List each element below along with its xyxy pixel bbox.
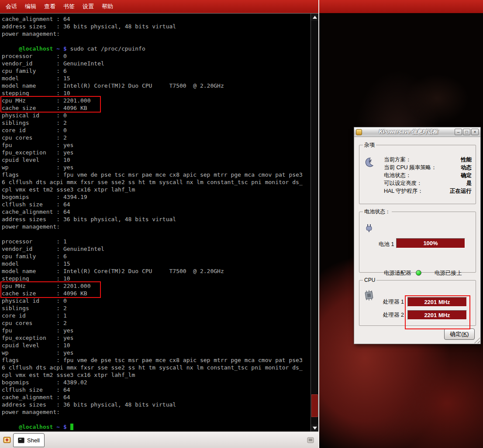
misc-row-value: 性能	[461, 156, 472, 164]
terminal-line: wp : yes	[2, 349, 309, 356]
terminal-line: cpl vmx est tm2 ssse3 cx16 xtpr lahf_lm	[2, 371, 309, 379]
cpu-frequency-bar: 2201 MHz	[407, 297, 467, 307]
tab-label: Shell	[27, 437, 40, 444]
cpu-row: 处理器 12201 MHz	[383, 295, 472, 308]
cpu-chip-icon	[363, 289, 375, 303]
new-session-button[interactable]	[2, 435, 12, 445]
terminal-line: power management:	[2, 408, 309, 416]
ok-button[interactable]: 确定(K)	[444, 328, 475, 340]
scrollbar-thumb[interactable]	[311, 394, 318, 417]
group-misc-label: 杂项	[363, 141, 376, 149]
terminal-line: bogomips : 4389.02	[2, 379, 309, 386]
terminal-line: core id : 0	[2, 127, 309, 134]
terminal-line: processor : 0	[2, 52, 309, 60]
terminal-line: cpl vmx est tm2 ssse3 cx16 xtpr lahf_lm	[2, 186, 309, 193]
terminal-line	[2, 38, 309, 45]
tab-options-button[interactable]	[306, 435, 315, 445]
terminal-line: @localhost ~ $	[2, 423, 309, 430]
misc-row-label: 可以设定亮度：	[384, 180, 422, 187]
terminal-line: cache size : 4096 KB	[2, 290, 309, 297]
group-battery: 电池状态： 电池 1 100% 电源适配器 电源已接上	[359, 208, 476, 273]
terminal-line: power management:	[2, 223, 309, 230]
terminal-line: address sizes : 36 bits physical, 48 bit…	[2, 215, 309, 223]
terminal-line: address sizes : 36 bits physical, 48 bit…	[2, 23, 309, 30]
misc-row: 当前 CPU 频率策略：动态	[384, 164, 472, 171]
kpowersave-dialog: KPowersave 信息对话框 – □ × 杂项 当前方案：性能当前 CPU …	[354, 127, 481, 344]
terminal-line: fpu : yes	[2, 141, 309, 149]
terminal-line: cpu MHz : 2201.000	[2, 97, 309, 104]
arrow-down-icon	[313, 427, 317, 430]
terminal-line: fpu_exception : yes	[2, 334, 309, 342]
resize-grip[interactable]	[474, 337, 480, 343]
menu-item[interactable]: 书签	[59, 0, 79, 13]
group-misc: 杂项 当前方案：性能当前 CPU 频率策略：动态电池状态：确定可以设定亮度：是H…	[359, 141, 476, 204]
menu-item[interactable]: 查看	[40, 0, 59, 13]
battery1-label: 电池 1	[379, 241, 394, 248]
arrow-up-icon	[313, 16, 317, 19]
tab-bar: Shell	[0, 431, 318, 448]
terminal-line: @localhost ~ $ sudo cat /proc/cpuinfo	[2, 45, 309, 52]
konsole-window: 会话编辑查看书签设置帮助 cache_alignment : 64address…	[0, 0, 318, 448]
terminal-line: 6 clflush dts acpi mmx fxsr sse sse2 ss …	[2, 178, 309, 186]
misc-row-value: 是	[466, 180, 472, 187]
terminal-line: cpu family : 6	[2, 67, 309, 75]
cpu-row-label: 处理器 1	[383, 298, 407, 306]
terminal-line: cpu MHz : 2201.000	[2, 282, 309, 290]
battery-progress-value: 100%	[423, 240, 438, 246]
terminal-line: clflush size : 64	[2, 201, 309, 208]
menu-item[interactable]: 会话	[2, 0, 21, 13]
power-led-icon	[416, 270, 421, 276]
terminal-line: cache_alignment : 64	[2, 208, 309, 215]
battery-progressbar: 100%	[396, 238, 465, 248]
misc-row: 当前方案：性能	[384, 156, 472, 164]
dialog-titlebar[interactable]: KPowersave 信息对话框 – □ ×	[354, 127, 480, 137]
adapter-status: 电源已接上	[435, 270, 462, 277]
terminal-scrollbar[interactable]	[310, 14, 318, 432]
terminal-line: siblings : 2	[2, 304, 309, 312]
menu-item[interactable]: 帮助	[98, 0, 117, 13]
terminal-line: cache size : 4096 KB	[2, 104, 309, 112]
misc-row-label: HAL 守护程序：	[384, 188, 423, 195]
misc-row-value: 确定	[461, 172, 472, 179]
cpu-row: 处理器 22201 MHz	[383, 308, 472, 321]
maximize-button[interactable]: □	[463, 129, 470, 135]
menu-item[interactable]: 设置	[79, 0, 98, 13]
cpu-rows: 处理器 12201 MHz处理器 22201 MHz	[383, 295, 472, 321]
power-plug-icon	[364, 222, 374, 235]
terminal-frame: cache_alignment : 64address sizes : 36 b…	[0, 13, 318, 431]
terminal-line: fpu : yes	[2, 327, 309, 334]
terminal-line: stepping : 10	[2, 89, 309, 97]
cpu-frequency-bar: 2201 MHz	[407, 310, 467, 320]
sleep-crescent-icon	[363, 157, 374, 170]
close-button[interactable]: ×	[471, 129, 479, 135]
terminal-text[interactable]: cache_alignment : 64address sizes : 36 b…	[2, 15, 309, 430]
terminal-line: stepping : 10	[2, 275, 309, 282]
desktop: 会话编辑查看书签设置帮助 cache_alignment : 64address…	[0, 0, 483, 448]
menu-item[interactable]: 编辑	[21, 0, 40, 13]
terminal-line: cpu cores : 2	[2, 319, 309, 327]
adapter-label: 电源适配器	[384, 270, 411, 277]
group-cpu: CPU 处理器 12201 MHz处理器 22201 MHz	[359, 277, 476, 326]
minimize-button[interactable]: –	[455, 129, 462, 135]
terminal-line: address sizes : 36 bits physical, 48 bit…	[2, 401, 309, 408]
terminal-line: wp : yes	[2, 164, 309, 171]
terminal-line: siblings : 2	[2, 119, 309, 127]
scroll-down-button[interactable]	[311, 424, 319, 432]
cpu-frequency-value: 2201 MHz	[424, 299, 450, 305]
terminal-line: physical id : 0	[2, 112, 309, 119]
terminal-line: cache_alignment : 64	[2, 393, 309, 401]
scroll-up-button[interactable]	[311, 14, 319, 21]
misc-row-label: 当前 CPU 频率策略：	[384, 164, 437, 171]
terminal-line: cpu cores : 2	[2, 134, 309, 141]
terminal-line: vendor_id : GenuineIntel	[2, 245, 309, 253]
top-red-strip	[319, 0, 483, 13]
cpu-row-label: 处理器 2	[383, 311, 407, 319]
tab-shell[interactable]: Shell	[13, 433, 45, 447]
tab-options-icon	[307, 436, 314, 444]
misc-row: 可以设定亮度：是	[384, 179, 472, 187]
ok-label-post: )	[467, 331, 469, 337]
new-session-icon	[3, 436, 11, 445]
terminal-line: vendor_id : GenuineIntel	[2, 60, 309, 67]
terminal-line: cpu family : 6	[2, 253, 309, 260]
terminal-line: core id : 1	[2, 312, 309, 319]
